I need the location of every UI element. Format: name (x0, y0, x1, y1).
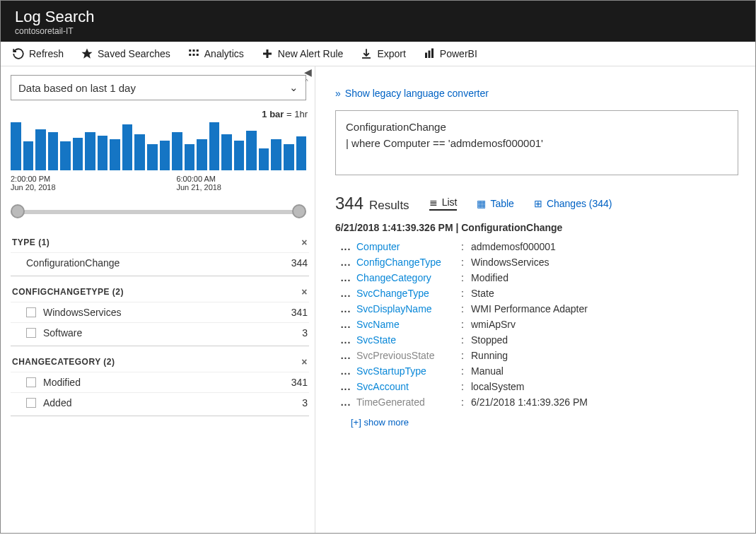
close-icon[interactable]: × (301, 286, 308, 298)
chart-bar[interactable] (197, 139, 207, 170)
checkbox[interactable] (26, 377, 36, 387)
field-key[interactable]: ChangeCategory (356, 272, 461, 283)
ellipsis-icon[interactable]: ... (335, 319, 356, 330)
legacy-converter-link[interactable]: » Show legacy language converter (335, 88, 738, 99)
chart-bar[interactable] (147, 144, 158, 170)
chart-bar[interactable] (209, 122, 220, 170)
chart-bar[interactable] (259, 148, 269, 170)
time-range-selector[interactable]: Data based on last 1 day ⌄ (11, 75, 306, 100)
field-value: WindowsServices (471, 257, 549, 268)
new-alert-label: New Alert Rule (278, 48, 344, 59)
ellipsis-icon[interactable]: ... (335, 272, 356, 283)
ellipsis-icon[interactable]: ... (335, 365, 356, 377)
chart-bar[interactable] (271, 139, 281, 170)
slider-handle-start[interactable] (11, 204, 25, 218)
query-editor[interactable]: ConfigurationChange | where Computer == … (335, 110, 738, 175)
facet-count: 3 (302, 327, 308, 339)
refresh-button[interactable]: Refresh (12, 47, 64, 60)
ellipsis-icon[interactable]: ... (335, 396, 356, 408)
chart-bar[interactable] (48, 132, 59, 170)
powerbi-button[interactable]: PowerBI (423, 47, 477, 60)
field-row: ...SvcAccount:localSystem (335, 379, 738, 394)
checkbox[interactable] (26, 398, 36, 408)
collapse-left-icon[interactable]: ◀ (304, 66, 315, 78)
field-key[interactable]: SvcState (356, 334, 461, 346)
chart-bar[interactable] (11, 122, 21, 170)
new-alert-button[interactable]: New Alert Rule (261, 47, 344, 60)
facet-row[interactable]: Modified341 (11, 372, 309, 392)
svg-rect-4 (189, 54, 191, 56)
show-more-link[interactable]: [+] show more (351, 417, 738, 428)
chart-bar[interactable] (221, 134, 232, 170)
facet-group: TYPE (1)×ConfigurationChange344 (11, 234, 309, 276)
export-label: Export (377, 48, 405, 59)
close-icon[interactable]: × (301, 356, 308, 367)
field-key[interactable]: TimeGenerated (356, 396, 461, 408)
analytics-button[interactable]: Analytics (187, 47, 244, 60)
ellipsis-icon[interactable]: ... (335, 257, 356, 268)
field-value: 6/21/2018 1:41:39.326 PM (471, 396, 588, 408)
chart-bar[interactable] (98, 136, 108, 170)
chart-bar[interactable] (185, 144, 195, 170)
slider-handle-end[interactable] (292, 204, 306, 218)
ellipsis-icon[interactable]: ... (335, 334, 356, 346)
chart-bar[interactable] (134, 134, 145, 170)
chart-bar[interactable] (122, 124, 133, 170)
facet-row[interactable]: Software3 (11, 322, 309, 343)
field-row: ...TimeGenerated:6/21/2018 1:41:39.326 P… (335, 394, 738, 410)
chart-bar[interactable] (110, 139, 120, 170)
field-key[interactable]: SvcChangeType (356, 288, 461, 299)
facet-row[interactable]: ConfigurationChange344 (11, 252, 309, 273)
field-key[interactable]: SvcName (356, 319, 461, 330)
field-row: ...ChangeCategory:Modified (335, 270, 738, 286)
field-key[interactable]: SvcDisplayName (356, 303, 461, 314)
checkbox[interactable] (26, 328, 36, 338)
chart-bar[interactable] (160, 141, 170, 171)
scroll-up-icon[interactable]: ˄ (304, 78, 315, 89)
field-value: WMI Performance Adapter (471, 303, 588, 314)
field-key[interactable]: Computer (356, 241, 461, 252)
chart-bar[interactable] (35, 129, 46, 170)
analytics-icon (187, 47, 200, 60)
chart-bar[interactable] (85, 132, 95, 170)
facet-group: CONFIGCHANGETYPE (2)×WindowsServices341S… (11, 283, 309, 346)
chart-bar[interactable] (246, 131, 257, 170)
close-icon[interactable]: × (301, 237, 308, 248)
tab-list[interactable]: ≣ List (429, 196, 458, 211)
field-key[interactable]: ConfigChangeType (356, 257, 461, 268)
field-value: State (471, 288, 494, 299)
checkbox[interactable] (26, 307, 36, 317)
chart-bar[interactable] (23, 141, 34, 170)
chart-bar[interactable] (296, 136, 307, 170)
ellipsis-icon[interactable]: ... (335, 288, 356, 299)
field-row: ...SvcPreviousState:Running (335, 348, 738, 363)
facet-label: WindowsServices (43, 307, 121, 318)
timeline-chart[interactable]: 2:00:00 PM Jun 20, 2018 6:00:00 AM Jun 2… (11, 122, 306, 192)
export-button[interactable]: Export (360, 47, 405, 60)
field-row: ...SvcDisplayName:WMI Performance Adapte… (335, 301, 738, 317)
chart-bar[interactable] (172, 132, 182, 170)
ellipsis-icon[interactable]: ... (335, 241, 356, 252)
ellipsis-icon[interactable]: ... (335, 381, 356, 392)
svg-marker-0 (82, 49, 93, 59)
ellipsis-icon[interactable]: ... (335, 303, 356, 314)
field-key[interactable]: SvcPreviousState (356, 350, 461, 361)
facet-row[interactable]: Added3 (11, 392, 309, 413)
field-row: ...SvcStartupType:Manual (335, 363, 738, 379)
field-key[interactable]: SvcAccount (356, 381, 461, 392)
saved-searches-button[interactable]: Saved Searches (81, 47, 170, 60)
ellipsis-icon[interactable]: ... (335, 350, 356, 361)
facet-count: 344 (291, 257, 308, 269)
field-key[interactable]: SvcStartupType (356, 365, 461, 377)
tab-changes[interactable]: ⊞ Changes (344) (534, 198, 612, 209)
facet-count: 3 (302, 397, 308, 408)
chart-bar[interactable] (60, 141, 71, 170)
time-slider[interactable] (11, 200, 306, 223)
svg-rect-11 (428, 51, 430, 59)
chart-bar[interactable] (234, 141, 245, 171)
tab-table[interactable]: ▦ Table (477, 198, 513, 209)
chart-bar[interactable] (73, 138, 83, 170)
facet-label: Software (43, 327, 82, 339)
chart-bar[interactable] (284, 144, 294, 170)
facet-row[interactable]: WindowsServices341 (11, 302, 309, 322)
